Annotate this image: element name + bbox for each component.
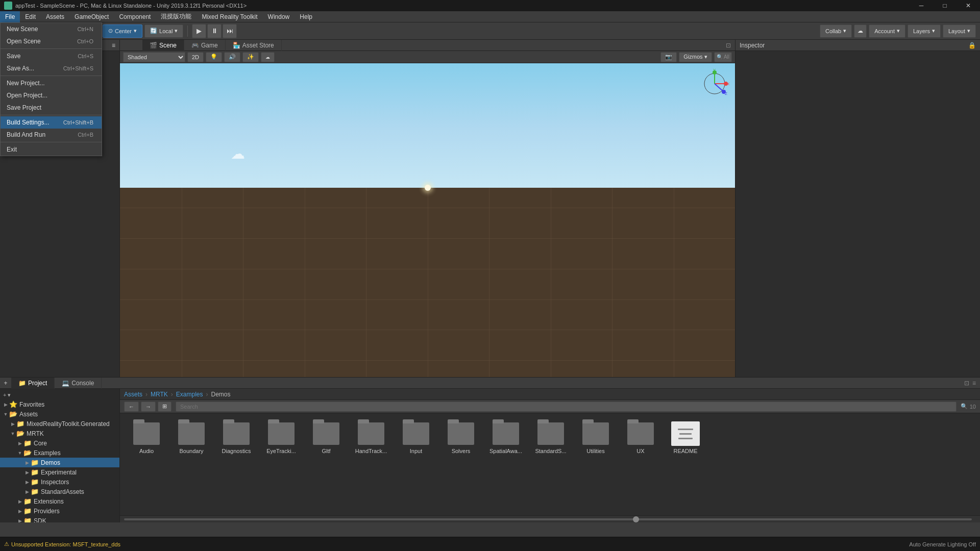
layers-button[interactable]: Layers ▾: [908, 24, 941, 38]
breadcrumb-assets[interactable]: Assets: [124, 391, 142, 398]
scene-maximize[interactable]: ⊡: [726, 42, 731, 49]
tab-scene[interactable]: 🎬 Scene: [142, 40, 184, 51]
menu-item-new-project[interactable]: New Project...: [1, 77, 102, 89]
demos-arrow: ▶: [23, 460, 31, 465]
menu-edit[interactable]: Edit: [20, 11, 41, 22]
asset-audio[interactable]: Audio: [126, 419, 167, 456]
asset-input[interactable]: Input: [396, 419, 436, 456]
breadcrumb-mrtk[interactable]: MRTK: [151, 391, 168, 398]
center-button[interactable]: ⊙ Center ▾: [103, 24, 142, 38]
inspector-panel: Inspector 🔒: [735, 40, 980, 391]
assets-zoom-track[interactable]: [124, 518, 972, 520]
tree-demos[interactable]: ▶ 📁 Demos: [0, 458, 119, 467]
playback-controls: ▶ ⏸ ⏭: [192, 24, 237, 38]
tree-examples[interactable]: ▼ 📂 Examples: [0, 448, 119, 458]
tree-extensions[interactable]: ▶ 📁 Extensions: [0, 496, 119, 506]
menu-mrtoolkit[interactable]: Mixed Reality Toolkit: [197, 11, 262, 22]
bottom-add[interactable]: +: [0, 378, 11, 389]
breadcrumb-examples[interactable]: Examples: [176, 391, 203, 398]
pause-button[interactable]: ⏸: [207, 24, 222, 38]
tree-add-button[interactable]: + ▾: [3, 392, 11, 398]
menu-item-open-scene[interactable]: Open Scene Ctrl+O: [1, 35, 102, 47]
menu-item-save-as[interactable]: Save As... Ctrl+Shift+S: [1, 62, 102, 74]
menu-window[interactable]: Window: [263, 11, 295, 22]
restore-button[interactable]: □: [933, 0, 957, 11]
assets-search-input[interactable]: [176, 402, 957, 412]
asset-diagnostics[interactable]: Diagnostics: [216, 419, 257, 456]
bottom-menu[interactable]: ≡: [972, 380, 976, 387]
tab-game[interactable]: 🎮 Game: [184, 40, 226, 51]
asset-solvers[interactable]: Solvers: [440, 419, 481, 456]
tree-core[interactable]: ▶ 📁 Core: [0, 438, 119, 448]
tree-inspectors[interactable]: ▶ 📁 Inspectors: [0, 477, 119, 487]
asset-handtracking[interactable]: HandTrack...: [351, 419, 391, 456]
tree-providers[interactable]: ▶ 📁 Providers: [0, 506, 119, 516]
step-button[interactable]: ⏭: [223, 24, 237, 38]
assets-zoom-thumb[interactable]: [633, 516, 639, 522]
menu-item-save-project[interactable]: Save Project: [1, 102, 102, 114]
scene-grid: [120, 188, 735, 391]
tab-console[interactable]: 💻 Console: [55, 378, 102, 389]
play-button[interactable]: ▶: [192, 24, 206, 38]
inspector-header: Inspector 🔒: [736, 40, 980, 51]
tree-sdk[interactable]: ▶ 📁 SDK: [0, 516, 119, 522]
core-icon: 📁: [23, 439, 32, 447]
separator-1: [1, 48, 102, 49]
2d-button[interactable]: 2D: [187, 52, 204, 62]
minimize-button[interactable]: ─: [910, 0, 933, 11]
menu-assets[interactable]: Assets: [41, 11, 69, 22]
assets-right-tools: 🔍 10: [961, 403, 976, 410]
fx-button[interactable]: ✨: [242, 52, 259, 62]
scene-viewport[interactable]: ☁ X Y: [120, 63, 735, 391]
tab-asset-store[interactable]: 🏪 Asset Store: [226, 40, 282, 51]
tree-favorites[interactable]: ▶ ⭐ Favorites: [0, 399, 119, 409]
local-button[interactable]: 🔄 Local ▾: [144, 24, 183, 38]
assets-forward[interactable]: →: [141, 402, 156, 412]
bottom-maximize[interactable]: ⊡: [964, 380, 969, 387]
account-button[interactable]: Account ▾: [869, 24, 905, 38]
menu-item-new-scene[interactable]: New Scene Ctrl+N: [1, 23, 102, 35]
asset-eyetracking[interactable]: EyeTracki...: [261, 419, 302, 456]
menu-mixed-cn[interactable]: 混搅版功能: [156, 11, 197, 22]
menu-item-exit[interactable]: Exit: [1, 143, 102, 156]
asset-utilities[interactable]: Utilities: [575, 419, 616, 456]
cloud-button[interactable]: ☁: [854, 24, 867, 38]
menu-component[interactable]: Component: [114, 11, 156, 22]
scene-camera[interactable]: 📷: [660, 52, 677, 62]
tree-assets[interactable]: ▼ 📂 Assets: [0, 409, 119, 419]
tab-project[interactable]: 📁 Project: [11, 378, 55, 389]
search-bar-scene[interactable]: 🔍 All: [714, 52, 732, 62]
gizmos-btn[interactable]: Gizmos ▾: [679, 52, 712, 62]
close-button[interactable]: ✕: [957, 0, 980, 11]
shading-select[interactable]: Shaded Wireframe Shaded Wireframe: [123, 52, 185, 62]
scene-sky-toggle[interactable]: ☁: [261, 52, 275, 62]
asset-spatial[interactable]: SpatialAwa...: [485, 419, 526, 456]
layout-button[interactable]: Layout ▾: [943, 24, 976, 38]
tree-mrtk[interactable]: ▼ 📂 MRTK: [0, 429, 119, 438]
input-folder-icon: [402, 421, 430, 446]
inspectors-arrow: ▶: [23, 480, 31, 485]
menu-file[interactable]: File: [0, 11, 20, 22]
menu-item-save[interactable]: Save Ctrl+S: [1, 50, 102, 62]
menu-gameobject[interactable]: GameObject: [69, 11, 114, 22]
menu-item-build-run[interactable]: Build And Run Ctrl+B: [1, 129, 102, 141]
demos-icon: 📁: [31, 459, 39, 466]
asset-standards[interactable]: StandardS...: [530, 419, 571, 456]
menu-help[interactable]: Help: [295, 11, 317, 22]
asset-boundary[interactable]: Boundary: [171, 419, 212, 456]
audio-button[interactable]: 🔊: [224, 52, 240, 62]
asset-gltf[interactable]: Gltf: [306, 419, 347, 456]
inspector-lock[interactable]: 🔒: [968, 42, 976, 49]
menu-item-open-project[interactable]: Open Project...: [1, 89, 102, 102]
status-warning: ⚠ Unsupported Extension: MSFT_texture_dd…: [4, 541, 120, 547]
assets-back[interactable]: ←: [124, 402, 139, 412]
menu-item-build-settings[interactable]: Build Settings... Ctrl+Shift+B: [1, 116, 102, 129]
light-button[interactable]: 💡: [206, 52, 222, 62]
collab-button[interactable]: Collab ▾: [820, 24, 852, 38]
asset-ux[interactable]: UX: [620, 419, 661, 456]
tree-standard-assets[interactable]: ▶ 📁 StandardAssets: [0, 487, 119, 496]
asset-readme[interactable]: README: [665, 419, 706, 456]
assets-toggle-view[interactable]: ⊞: [158, 402, 172, 412]
tree-mrtk-generated[interactable]: ▶ 📁 MixedRealityToolkit.Generated: [0, 419, 119, 429]
tree-experimental[interactable]: ▶ 📁 Experimental: [0, 467, 119, 477]
